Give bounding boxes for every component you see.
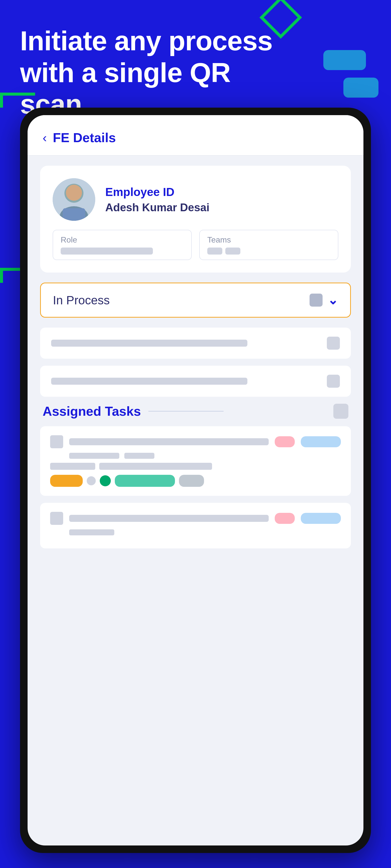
status-indicator bbox=[310, 293, 323, 307]
status-text: In Process bbox=[53, 293, 110, 307]
avatar bbox=[53, 178, 95, 221]
task-tag-green-dark-1 bbox=[100, 475, 111, 486]
task-sub-bar-1d bbox=[99, 463, 212, 470]
deco-bubble-2 bbox=[343, 78, 379, 98]
task-sub-bar-1a bbox=[69, 453, 119, 459]
screen-title: FE Details bbox=[53, 130, 116, 145]
task-title-bar-1 bbox=[69, 438, 269, 445]
deco-bubble-1 bbox=[323, 50, 366, 70]
employee-card: Employee ID Adesh Kumar Desai Role Teams bbox=[40, 166, 351, 273]
teams-bars bbox=[207, 248, 330, 254]
role-teams-row: Role Teams bbox=[53, 230, 338, 260]
page-headline: Initiate any process with a single QR sc… bbox=[20, 25, 291, 120]
assigned-tasks-left: Assigned Tasks bbox=[43, 404, 224, 419]
screen-content: Employee ID Adesh Kumar Desai Role Teams bbox=[28, 156, 363, 565]
team-bar-1 bbox=[207, 248, 222, 254]
employee-id-label: Employee ID bbox=[105, 185, 210, 199]
info-action-2[interactable] bbox=[327, 375, 340, 388]
info-bar-1 bbox=[51, 340, 247, 347]
employee-info-row: Employee ID Adesh Kumar Desai bbox=[53, 178, 338, 221]
role-box: Role bbox=[53, 230, 192, 260]
employee-text: Employee ID Adesh Kumar Desai bbox=[105, 185, 210, 214]
task-sub-bar-1b bbox=[124, 453, 155, 459]
task-row3 bbox=[50, 463, 341, 470]
task-checkbox-1[interactable] bbox=[50, 435, 63, 448]
add-task-button[interactable] bbox=[333, 404, 348, 419]
team-bar-2 bbox=[225, 248, 240, 254]
task-sub-bar-1c bbox=[50, 463, 95, 470]
teams-box: Teams bbox=[199, 230, 338, 260]
task-tag-blue-2 bbox=[301, 513, 341, 524]
task-tag-blue-1 bbox=[301, 436, 341, 447]
status-right: ⌄ bbox=[310, 293, 338, 307]
task-checkbox-2[interactable] bbox=[50, 512, 63, 525]
task-tag-gray-1 bbox=[179, 475, 204, 487]
back-button[interactable]: ‹ bbox=[43, 130, 47, 145]
task-title-bar-2 bbox=[69, 515, 269, 522]
assigned-tasks-header: Assigned Tasks bbox=[40, 404, 351, 419]
task-item-2 bbox=[40, 503, 351, 548]
task-tag-pink-2 bbox=[275, 513, 295, 524]
task-color-row-1 bbox=[50, 475, 341, 487]
task-row2-2 bbox=[50, 529, 341, 535]
role-bar-placeholder bbox=[61, 248, 153, 254]
task-row1-2 bbox=[50, 512, 341, 525]
role-label: Role bbox=[61, 235, 184, 245]
employee-name: Adesh Kumar Desai bbox=[105, 201, 210, 214]
task-sub-bar-2a bbox=[69, 529, 114, 535]
task-dot-1 bbox=[87, 476, 96, 485]
task-tag-pink-1 bbox=[275, 436, 295, 447]
tasks-divider bbox=[148, 411, 224, 411]
task-item-1 bbox=[40, 426, 351, 496]
info-action-1[interactable] bbox=[327, 337, 340, 350]
svg-point-3 bbox=[66, 185, 82, 201]
chevron-down-icon: ⌄ bbox=[328, 293, 338, 307]
info-row-1 bbox=[40, 328, 351, 359]
phone-screen: ‹ FE Details bbox=[28, 115, 363, 845]
task-row1 bbox=[50, 435, 341, 448]
task-tag-orange-1 bbox=[50, 475, 83, 487]
screen-header: ‹ FE Details bbox=[28, 115, 363, 156]
info-bar-2 bbox=[51, 378, 247, 385]
task-tag-teal-1 bbox=[115, 475, 175, 487]
assigned-tasks-title: Assigned Tasks bbox=[43, 404, 141, 419]
task-row2 bbox=[50, 453, 341, 459]
teams-label: Teams bbox=[207, 235, 330, 245]
phone-mockup: ‹ FE Details bbox=[20, 107, 371, 853]
info-row-2 bbox=[40, 366, 351, 397]
status-dropdown[interactable]: In Process ⌄ bbox=[40, 283, 351, 318]
svg-rect-5 bbox=[63, 208, 85, 221]
